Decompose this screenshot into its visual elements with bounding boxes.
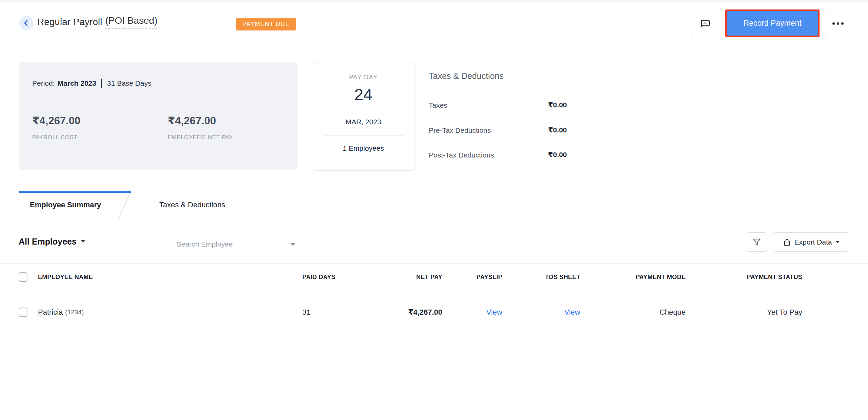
employee-filter-dropdown[interactable]: All Employees xyxy=(19,231,85,252)
cell-payment-mode: Cheque xyxy=(660,290,686,334)
tab-left-border xyxy=(19,191,19,219)
cell-payment-status: Yet To Pay xyxy=(767,290,802,334)
tax-row-value: ₹0.00 xyxy=(548,151,567,159)
col-net-pay: NET PAY xyxy=(416,264,442,291)
tab-employee-summary-label[interactable]: Employee Summary xyxy=(30,191,101,219)
tax-row-value: ₹0.00 xyxy=(548,126,567,134)
col-paid-days: PAID DAYS xyxy=(302,264,336,291)
tax-row-label: Pre-Tax Deductions xyxy=(429,126,491,134)
payroll-cost-amount: ₹4,267.00 xyxy=(32,114,80,127)
chevron-left-icon xyxy=(22,19,31,27)
comment-icon xyxy=(699,18,711,29)
employee-filter-label: All Employees xyxy=(19,237,77,247)
taxes-deductions-heading: Taxes & Deductions xyxy=(429,71,504,81)
col-employee-name: EMPLOYEE NAME xyxy=(38,264,93,291)
chevron-down-icon xyxy=(835,241,840,243)
col-payslip: PAYSLIP xyxy=(477,264,502,291)
chevron-down-icon xyxy=(81,240,85,243)
pay-day-employees: 1 Employees xyxy=(312,144,415,152)
col-payment-status: PAYMENT STATUS xyxy=(747,264,802,291)
status-badge: PAYMENT DUE xyxy=(236,18,296,30)
search-dropdown-caret-icon[interactable] xyxy=(290,243,296,246)
export-data-label: Export Data xyxy=(794,238,832,246)
page-title-main: Regular Payroll xyxy=(37,17,102,27)
period-label: Period: xyxy=(32,79,55,87)
more-options-icon xyxy=(832,22,844,25)
cell-net-pay: ₹4,267.00 xyxy=(408,290,442,334)
employee-id: (1234) xyxy=(65,309,84,316)
back-button[interactable] xyxy=(19,16,34,30)
payslip-view-link[interactable]: View xyxy=(486,290,502,334)
page-title-suffix: (POI Based) xyxy=(105,15,157,29)
period-separator xyxy=(101,79,102,88)
pay-day-number: 24 xyxy=(312,85,415,104)
search-employee-box xyxy=(168,232,303,256)
search-employee-input[interactable] xyxy=(171,233,292,255)
record-payment-button[interactable]: Record Payment xyxy=(725,9,820,37)
table-header: EMPLOYEE NAME PAID DAYS NET PAY PAYSLIP … xyxy=(0,263,868,290)
base-days: 31 Base Days xyxy=(107,79,152,87)
period-value: March 2023 xyxy=(58,79,96,87)
pay-day-month: MAR, 2023 xyxy=(312,118,415,126)
employee-name: Patricia xyxy=(38,308,63,317)
pay-day-divider xyxy=(324,135,404,136)
col-tds-sheet: TDS SHEET xyxy=(545,264,580,291)
select-all-checkbox[interactable] xyxy=(19,272,27,282)
payroll-cost-label: PAYROLL COST xyxy=(32,134,77,141)
page-title: Regular Payroll (POI Based) xyxy=(37,0,157,44)
table-row: Patricia (1234) 31 ₹4,267.00 View View C… xyxy=(0,290,868,334)
more-options-button[interactable] xyxy=(825,10,851,37)
net-pay-amount: ₹4,267.00 xyxy=(168,114,216,127)
tax-row-value: ₹0.00 xyxy=(548,101,567,109)
filter-funnel-icon xyxy=(752,237,762,247)
comment-button[interactable] xyxy=(691,10,719,37)
tab-taxes-deductions[interactable]: Taxes & Deductions xyxy=(159,191,225,219)
tax-row-label: Post-Tax Deductions xyxy=(429,151,494,159)
tds-sheet-view-link[interactable]: View xyxy=(564,290,580,334)
row-checkbox[interactable] xyxy=(19,308,27,317)
cell-employee-name: Patricia (1234) xyxy=(38,290,84,334)
export-icon xyxy=(783,238,791,247)
tax-row-label: Taxes xyxy=(429,101,447,109)
filter-button[interactable] xyxy=(746,232,768,252)
net-pay-label: EMPLOYEES' NET PAY xyxy=(168,134,233,141)
pay-day-label: PAY DAY xyxy=(312,74,415,81)
payroll-page: Regular Payroll (POI Based) PAYMENT DUE … xyxy=(0,0,868,420)
cell-paid-days: 31 xyxy=(302,290,310,334)
col-payment-mode: PAYMENT MODE xyxy=(635,264,686,291)
period-line: Period: March 2023 31 Base Days xyxy=(32,79,152,88)
export-data-button[interactable]: Export Data xyxy=(773,232,849,252)
